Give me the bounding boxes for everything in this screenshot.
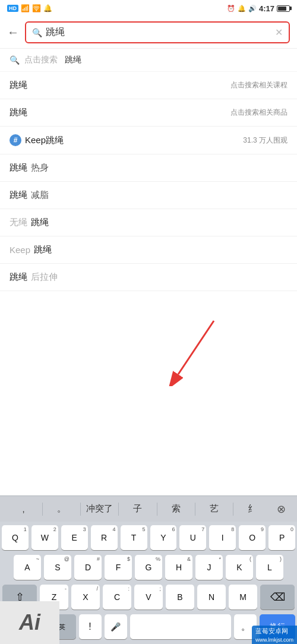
key-D[interactable]: D# bbox=[74, 555, 102, 580]
key-exclaim[interactable]: ! bbox=[79, 614, 102, 639]
key-M[interactable]: M bbox=[229, 585, 257, 610]
key-T[interactable]: T5 bbox=[121, 525, 147, 550]
suggestion-row-warmup[interactable]: 跳绳热身 bbox=[0, 154, 297, 182]
key-row-2: A~ S@ D# F$ G% H& J* K( L) bbox=[2, 555, 295, 580]
suggestion-search-icon: 🔍 bbox=[10, 55, 20, 65]
key-E[interactable]: E3 bbox=[61, 525, 88, 550]
svg-line-1 bbox=[178, 321, 214, 374]
suggestion-row-cordless[interactable]: 无绳跳绳 bbox=[0, 209, 297, 236]
key-I[interactable]: I8 bbox=[209, 525, 236, 550]
key-delete[interactable]: ⌫ bbox=[260, 585, 295, 610]
key-V[interactable]: V; bbox=[134, 585, 163, 610]
key-row-1: Q1 W2 E3 R4 T5 Y6 U7 I8 O9 P0 bbox=[2, 525, 295, 550]
key-W[interactable]: W2 bbox=[31, 525, 58, 550]
notification-icon: 🔔 bbox=[43, 4, 52, 12]
watermark-text: 蓝莓安卓网 bbox=[255, 627, 288, 634]
key-X[interactable]: X/ bbox=[71, 585, 100, 610]
key-U[interactable]: U7 bbox=[179, 525, 206, 550]
status-left: HD 📶 🛜 🔔 bbox=[7, 4, 52, 12]
prediction-bar: , 。 冲突了 子 索 艺 纟 ⊗ bbox=[0, 495, 297, 522]
wifi-icon: 🛜 bbox=[32, 4, 41, 12]
suggestion-row-fat[interactable]: 跳绳减脂 bbox=[0, 182, 297, 209]
key-R[interactable]: R4 bbox=[91, 525, 118, 550]
status-bar: HD 📶 🛜 🔔 ⏰ 🔔 🔊 4:17 bbox=[0, 0, 297, 17]
signal-icon: 📶 bbox=[21, 4, 30, 12]
suggestion-row-stretch[interactable]: 跳绳后拉伸 bbox=[0, 264, 297, 291]
red-arrow-annotation bbox=[166, 315, 244, 386]
alarm-icon: 🔔 bbox=[238, 5, 246, 12]
suggestion-row-keep[interactable]: # Keep跳绳 31.3 万人围观 bbox=[0, 127, 297, 154]
search-clear-button[interactable]: ✕ bbox=[275, 27, 283, 38]
suggestion-row-keep2[interactable]: Keep跳绳 bbox=[0, 236, 297, 264]
search-box[interactable]: 🔍 跳绳 ✕ bbox=[25, 21, 290, 43]
key-L[interactable]: L) bbox=[256, 555, 283, 580]
pred-item-zi[interactable]: 子 bbox=[119, 501, 156, 517]
pred-item-chongtu[interactable]: 冲突了 bbox=[81, 501, 118, 517]
key-J[interactable]: J* bbox=[195, 555, 223, 580]
ai-label: Ai bbox=[19, 610, 40, 635]
suggestion-right-product: 点击搜索相关商品 bbox=[230, 108, 287, 118]
suggestions-list: 🔍 点击搜索 跳绳 跳绳 点击搜索相关课程 跳绳 点击搜索相关商品 # Keep… bbox=[0, 49, 297, 291]
pred-item-yi[interactable]: 艺 bbox=[195, 501, 233, 517]
key-F[interactable]: F$ bbox=[105, 555, 132, 580]
pred-item-silk[interactable]: 纟 bbox=[233, 501, 271, 517]
battery-icon bbox=[277, 5, 290, 12]
suggestion-row-product[interactable]: 跳绳 点击搜索相关商品 bbox=[0, 99, 297, 127]
time-display: 4:17 bbox=[259, 4, 274, 13]
pred-item-period[interactable]: 。 bbox=[43, 501, 80, 517]
key-O[interactable]: O9 bbox=[239, 525, 266, 550]
key-mic[interactable]: 🎤 bbox=[105, 614, 127, 639]
suggestion-left-stretch: 跳绳后拉伸 bbox=[10, 272, 58, 283]
suggestion-right-keep: 31.3 万人围观 bbox=[243, 135, 287, 146]
suggestion-left-keep: # Keep跳绳 bbox=[10, 134, 64, 146]
key-C[interactable]: C: bbox=[103, 585, 131, 610]
watermark: 蓝莓安卓网 www.lmkjst.com bbox=[252, 626, 297, 644]
search-icon: 🔍 bbox=[32, 28, 42, 37]
key-Y[interactable]: Y6 bbox=[150, 525, 177, 550]
status-right: ⏰ 🔔 🔊 4:17 bbox=[227, 4, 290, 13]
search-input-text[interactable]: 跳绳 bbox=[46, 26, 275, 39]
search-area: ← 🔍 跳绳 ✕ bbox=[0, 17, 297, 49]
hd-badge: HD bbox=[7, 5, 18, 12]
pred-item-comma[interactable]: , bbox=[5, 501, 42, 516]
clock-icon: ⏰ bbox=[227, 5, 235, 12]
back-button[interactable]: ← bbox=[7, 26, 19, 39]
key-N[interactable]: N bbox=[197, 585, 226, 610]
suggestion-top-keyword: 跳绳 bbox=[65, 55, 81, 65]
suggestion-top[interactable]: 🔍 点击搜索 跳绳 bbox=[0, 49, 297, 72]
suggestion-right-course: 点击搜索相关课程 bbox=[230, 80, 287, 90]
suggestion-left-keep2: Keep跳绳 bbox=[10, 244, 52, 255]
key-S[interactable]: S@ bbox=[44, 555, 71, 580]
key-Q[interactable]: Q1 bbox=[2, 525, 29, 550]
pred-item-suo[interactable]: 索 bbox=[157, 501, 195, 517]
suggestion-left-warmup: 跳绳热身 bbox=[10, 162, 49, 173]
suggestion-left-cordless: 无绳跳绳 bbox=[10, 217, 49, 228]
key-P[interactable]: P0 bbox=[268, 525, 295, 550]
key-A[interactable]: A~ bbox=[14, 555, 41, 580]
volume-icon: 🔊 bbox=[248, 5, 257, 12]
watermark-url: www.lmkjst.com bbox=[255, 637, 293, 643]
suggestion-row-course[interactable]: 跳绳 点击搜索相关课程 bbox=[0, 72, 297, 99]
key-B[interactable]: B bbox=[166, 585, 194, 610]
ai-label-area: Ai bbox=[0, 601, 59, 644]
key-G[interactable]: G% bbox=[135, 555, 162, 580]
key-K[interactable]: K( bbox=[226, 555, 253, 580]
key-space[interactable] bbox=[130, 614, 232, 639]
suggestion-left-course: 跳绳 bbox=[10, 80, 27, 91]
key-H[interactable]: H& bbox=[165, 555, 192, 580]
suggestion-left-product: 跳绳 bbox=[10, 107, 27, 118]
suggestion-top-text: 点击搜索 bbox=[24, 55, 60, 65]
tag-icon: # bbox=[10, 134, 21, 146]
suggestion-left-fat: 跳绳减脂 bbox=[10, 190, 49, 201]
pred-delete-button[interactable]: ⊗ bbox=[271, 498, 292, 520]
